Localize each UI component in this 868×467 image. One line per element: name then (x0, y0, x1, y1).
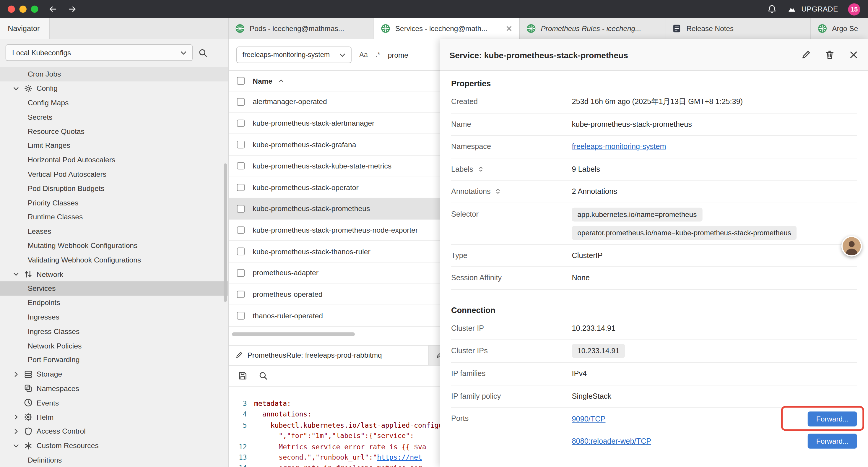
notification-count-badge[interactable]: 15 (848, 3, 860, 15)
line-number: 4 (229, 409, 254, 420)
trash-icon[interactable] (825, 50, 835, 60)
sidebar-item-config-maps[interactable]: Config Maps (0, 95, 228, 110)
sidebar-item-secrets[interactable]: Secrets (0, 110, 228, 124)
regex-toggle[interactable]: .* (375, 51, 380, 59)
sidebar-search-icon[interactable] (198, 48, 208, 57)
sidebar-item-storage[interactable]: Storage (0, 367, 228, 381)
row-checkbox[interactable] (237, 269, 244, 276)
row-checkbox[interactable] (237, 312, 244, 319)
yaml-editor[interactable]: 3metadata:4 annotations:5 kubectl.kubern… (229, 387, 440, 467)
table-row[interactable]: kube-prometheus-stack-prometheus-node-ex… (229, 220, 440, 241)
close-window-button[interactable] (8, 6, 15, 13)
sidebar-item-leases[interactable]: Leases (0, 224, 228, 238)
zoom-window-button[interactable] (31, 6, 38, 13)
table-row[interactable]: kube-prometheus-stack-alertmanager (229, 113, 440, 134)
forward-arrow-icon[interactable] (68, 4, 77, 14)
forward-button[interactable]: Forward... (808, 411, 857, 426)
table-row[interactable]: kube-prometheus-stack-prometheus (229, 198, 440, 220)
sidebar-item-mutating-webhook-configurations[interactable]: Mutating Webhook Configurations (0, 238, 228, 253)
sidebar-item-resource-quotas[interactable]: Resource Quotas (0, 124, 228, 138)
row-checkbox[interactable] (237, 248, 244, 255)
sidebar-item-services[interactable]: Services (0, 282, 228, 296)
notifications-bell-icon[interactable] (767, 4, 776, 14)
upgrade-button[interactable]: UPGRADE (786, 5, 838, 13)
match-case-toggle[interactable]: Aa (359, 51, 368, 59)
editor-search-icon[interactable] (258, 371, 268, 380)
tab-argo-se[interactable]: Argo Se (811, 18, 868, 39)
table-row[interactable]: kube-prometheus-stack-operator (229, 177, 440, 198)
sidebar-item-port-forwarding[interactable]: Port Forwarding (0, 353, 228, 367)
sidebar-item-events[interactable]: Events (0, 396, 228, 410)
close-icon[interactable] (505, 25, 513, 32)
sidebar-item-helm[interactable]: Helm (0, 410, 228, 424)
sidebar-item-ingresses[interactable]: Ingresses (0, 310, 228, 324)
sidebar-item-endpoints[interactable]: Endpoints (0, 296, 228, 310)
sidebar-item-config[interactable]: Config (0, 81, 228, 95)
tab-release-notes[interactable]: Release Notes (665, 18, 811, 39)
sidebar-item-definitions[interactable]: Definitions (0, 453, 228, 467)
table-row[interactable]: alertmanager-operated (229, 91, 440, 113)
horizontal-scrollbar[interactable] (229, 331, 440, 337)
sidebar-scrollbar[interactable] (224, 164, 227, 302)
row-checkbox[interactable] (237, 183, 244, 191)
name-column-header[interactable]: Name (253, 77, 272, 85)
namespace-filter-dropdown[interactable]: freeleaps-monitoring-system (236, 47, 351, 63)
kubeconfig-selector[interactable]: Local Kubeconfigs (6, 44, 193, 61)
search-input[interactable]: prome (388, 51, 408, 59)
sidebar-item-horizontal-pod-autoscalers[interactable]: Horizontal Pod Autoscalers (0, 153, 228, 167)
editor-tab-prometheusrule[interactable]: PrometheusRule: freeleaps-prod-rabbitmq (229, 346, 429, 365)
table-row[interactable]: kube-prometheus-stack-grafana (229, 134, 440, 155)
table-row[interactable]: kube-prometheus-stack-thanos-ruler (229, 241, 440, 262)
avatar[interactable] (841, 236, 862, 256)
sidebar-item-network[interactable]: Network (0, 267, 228, 281)
sidebar-item-access-control[interactable]: Access Control (0, 424, 228, 438)
tab-prometheus-rules-icecheng[interactable]: Prometheus Rules - icecheng... (520, 18, 665, 39)
sidebar-item-priority-classes[interactable]: Priority Classes (0, 196, 228, 210)
navigator-tab[interactable]: Navigator (0, 18, 50, 39)
row-checkbox[interactable] (237, 291, 244, 298)
scrollbar-thumb[interactable] (232, 332, 355, 336)
table-row[interactable]: prometheus-adapter (229, 262, 440, 284)
close-icon[interactable] (848, 50, 859, 60)
table-row[interactable]: thanos-ruler-operated (229, 305, 440, 327)
editor-tab-next[interactable] (429, 346, 440, 365)
tab-pods-icecheng-mathmas[interactable]: Pods - icecheng@mathmas... (229, 18, 374, 39)
back-arrow-icon[interactable] (48, 4, 58, 14)
sidebar-item-cron-jobs[interactable]: Cron Jobs (0, 67, 228, 81)
tab-services-icecheng-math[interactable]: Services - icecheng@math... (374, 18, 520, 39)
forward-button[interactable]: Forward... (808, 433, 857, 448)
row-checkbox[interactable] (237, 119, 244, 127)
sidebar-item-network-policies[interactable]: Network Policies (0, 339, 228, 353)
port-link[interactable]: 8080:reloader-web/TCP (572, 437, 651, 445)
edit-pencil-icon[interactable] (801, 50, 811, 60)
sort-caret-up-icon[interactable] (278, 78, 284, 84)
table-row[interactable]: kube-prometheus-stack-kube-state-metrics (229, 155, 440, 177)
line-number: 14 (229, 463, 254, 467)
sidebar-item-ingress-classes[interactable]: Ingress Classes (0, 324, 228, 339)
sidebar-item-namespaces[interactable]: Namespaces (0, 381, 228, 396)
sidebar-item-label: Events (37, 399, 59, 407)
editor-tab-bar: PrometheusRule: freeleaps-prod-rabbitmq (229, 345, 440, 365)
table-row[interactable]: prometheus-operated (229, 284, 440, 305)
row-checkbox[interactable] (237, 205, 244, 212)
value-chip: 10.233.14.91 (572, 344, 625, 358)
row-checkbox[interactable] (237, 98, 244, 106)
row-checkbox[interactable] (237, 226, 244, 234)
sidebar-item-custom-resources[interactable]: Custom Resources (0, 438, 228, 453)
row-checkbox[interactable] (237, 141, 244, 148)
select-all-checkbox[interactable] (237, 77, 244, 85)
sidebar-item-limit-ranges[interactable]: Limit Ranges (0, 138, 228, 152)
sidebar-item-pod-disruption-budgets[interactable]: Pod Disruption Budgets (0, 181, 228, 195)
minimize-window-button[interactable] (20, 6, 27, 13)
port-link[interactable]: 9090/TCP (572, 414, 606, 423)
service-name: kube-prometheus-stack-kube-state-metrics (253, 162, 392, 170)
namespace-link[interactable]: freeleaps-monitoring-system (572, 143, 666, 151)
sidebar-item-vertical-pod-autoscalers[interactable]: Vertical Pod Autoscalers (0, 167, 228, 181)
row-checkbox[interactable] (237, 162, 244, 170)
expand-toggle-icon[interactable] (477, 166, 484, 173)
property-value: None (572, 274, 857, 282)
expand-toggle-icon[interactable] (495, 188, 502, 195)
sidebar-item-runtime-classes[interactable]: Runtime Classes (0, 210, 228, 224)
save-icon[interactable] (238, 371, 248, 380)
sidebar-item-validating-webhook-configurations[interactable]: Validating Webhook Configurations (0, 253, 228, 267)
